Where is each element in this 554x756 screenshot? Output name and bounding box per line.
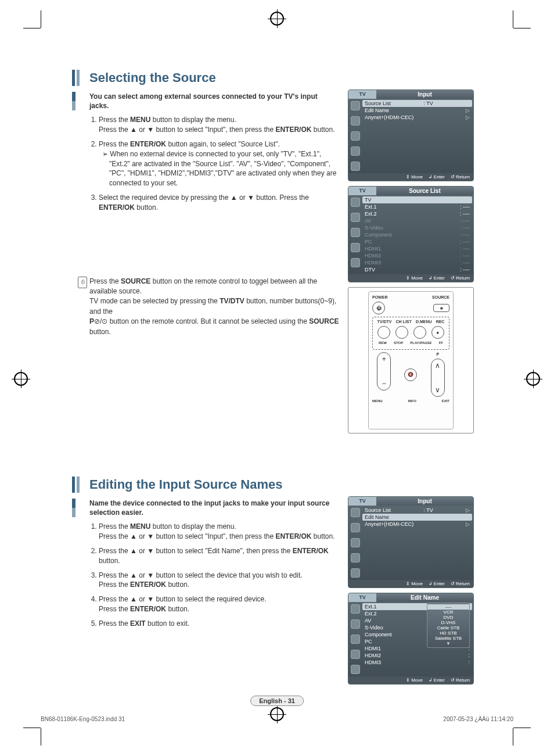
popup-item: Cable STB (427, 625, 469, 630)
crop-mark (513, 28, 531, 28)
remote-label: REC (436, 320, 445, 324)
remote-label-p: P (436, 352, 439, 356)
crop-mark (23, 28, 41, 28)
content: Selecting the Source You can select amon… (72, 70, 473, 721)
step-3: Select the required device by pressing t… (99, 193, 343, 213)
osd-side-icons (348, 99, 362, 173)
popup-item: Satellite STB (427, 636, 469, 641)
crop-mark (41, 10, 41, 28)
step-2: Press the ▲ or ▼ button to select "Edit … (99, 546, 343, 566)
source-button-icon: ⎆ (433, 304, 449, 312)
osd-row: Source List: TV▷ (365, 507, 470, 514)
remote-label: STOP (394, 341, 403, 345)
osd-row: PC: ---- (365, 238, 470, 245)
osd-input: TV Input Source List: TV▷Edit Name▷Anyne… (348, 89, 474, 181)
section-title-text: Selecting the Source (89, 70, 216, 85)
osd-row: TV (362, 196, 472, 203)
osd-foot-return: Return (456, 275, 470, 281)
osd-column: TV Input Source List: TV▷Edit Name▷Anyne… (348, 89, 473, 438)
step-3: Press the ▲ or ▼ button to select the de… (99, 571, 343, 590)
osd-foot-move: Move (411, 275, 423, 281)
remote-label: INFO (408, 399, 416, 403)
osd-row: HDMI2: ---- (365, 252, 470, 259)
osd-row: S-Video: ---- (365, 224, 470, 231)
remote-icon: ⎙ (78, 277, 87, 288)
osd-foot-enter: Enter (434, 678, 445, 683)
osd-input-2: TV Input Source List: TV▷Edit Name▷Anyne… (348, 496, 474, 588)
osd-foot-return: Return (456, 174, 470, 180)
osd-footer: ⇕Move ↲Enter ↺Return (348, 274, 473, 282)
osd-tab: TV (348, 90, 376, 99)
edit-name-popup: ----VCRDVDD-VHSCable STBHD STBSatellite … (427, 603, 470, 648)
popup-item: D-VHS (427, 620, 469, 625)
osd-rows: TVExt.1: ----Ext.2: ----AV: ----S-Video:… (362, 195, 473, 274)
remote-btn (377, 326, 390, 339)
osd-row: HDMI3: (365, 659, 470, 666)
remote-label: PLAY/PAUSE (410, 341, 431, 345)
popup-item: VCR (427, 610, 469, 615)
osd-title: Input (376, 90, 473, 99)
osd-title: Input (376, 497, 473, 506)
section-selecting-source: Selecting the Source You can select amon… (72, 70, 473, 453)
osd-footer: ⇕Move ↲Enter ↺Return (348, 173, 473, 181)
steps-list: Press the MENU button to display the men… (99, 522, 343, 628)
step-2: Press the ENTER/OK button again, to sele… (99, 139, 343, 188)
remote-label: FF (439, 341, 443, 345)
osd-foot-move: Move (411, 174, 423, 180)
osd-row: Anynet+(HDMI-CEC)▷ (365, 114, 470, 121)
osd-row: AV: ---- (365, 217, 470, 224)
osd-foot-move: Move (411, 678, 423, 683)
osd-edit-name: TV Edit Name Ext.1:Ext.2:AV:S-Video:Comp… (348, 593, 474, 685)
osd-row: Anynet+(HDMI-CEC)▷ (365, 521, 470, 528)
osd-row: Edit Name▷ (362, 514, 472, 521)
osd-foot-move: Move (411, 581, 423, 586)
section-title-text: Editing the Input Source Names (89, 477, 282, 492)
osd-tab: TV (348, 187, 376, 195)
osd-foot-enter: Enter (434, 275, 445, 281)
osd-row: Ext.2: ---- (365, 210, 470, 217)
osd-foot-enter: Enter (434, 581, 445, 586)
remote-label-source: SOURCE (432, 295, 449, 299)
crop-mark (513, 728, 531, 728)
osd-row: HDMI3: ---- (365, 259, 470, 266)
crop-mark (513, 728, 513, 746)
osd-column: TV Input Source List: TV▷Edit Name▷Anyne… (348, 496, 473, 689)
channel-rocker: ∧∨ (431, 359, 445, 397)
osd-tab: TV (348, 593, 376, 602)
page-badge: English - 31 (250, 696, 304, 706)
remote-btn (395, 326, 408, 339)
remote-label: EXIT (442, 399, 449, 403)
volume-rocker: +− (377, 352, 391, 390)
step-1: Press the MENU button to display the men… (99, 522, 343, 542)
section-title: Editing the Input Source Names (72, 476, 473, 493)
remote-btn (413, 326, 426, 339)
osd-foot-enter: Enter (434, 174, 445, 180)
osd-footer: ⇕Move ↲Enter ↺Return (348, 580, 473, 587)
registration-mark (526, 372, 540, 386)
section-editing-names: Editing the Input Source Names Name the … (72, 476, 473, 697)
popup-item: HD STB (427, 630, 469, 636)
osd-row: Source List: TV▷ (362, 100, 472, 107)
footer-file: BN68-01186K-Eng-0523.indd 31 (41, 716, 125, 722)
registration-mark (270, 12, 284, 26)
popup-item: DVD (427, 615, 469, 620)
osd-footer: ⇕Move ↲Enter ↺Return (348, 676, 473, 684)
osd-tab: TV (348, 497, 376, 506)
osd-rows: Source List: TV▷Edit Name▷Anynet+(HDMI-C… (362, 506, 473, 580)
osd-side-icons (348, 602, 362, 676)
osd-source-list: TV Source List TVExt.1: ----Ext.2: ----A… (348, 186, 474, 282)
osd-row: HDMI2: (365, 652, 470, 659)
remote-tip: ⎙ Press the SOURCE button on the remote … (89, 277, 339, 337)
remote-label: CH LIST (396, 320, 412, 324)
step-1: Press the MENU button to display the men… (99, 115, 343, 135)
remote-label-power: POWER (372, 295, 387, 299)
osd-row: Component: ---- (365, 231, 470, 238)
osd-row: Edit Name▷ (365, 107, 470, 114)
remote-label: TV/DTV (377, 320, 392, 324)
osd-title: Edit Name (376, 593, 473, 602)
crop-mark (41, 728, 41, 746)
registration-mark (14, 372, 28, 386)
step-5: Press the EXIT button to exit. (99, 619, 343, 629)
remote-label: MENU (372, 399, 383, 403)
crop-mark (23, 728, 41, 728)
